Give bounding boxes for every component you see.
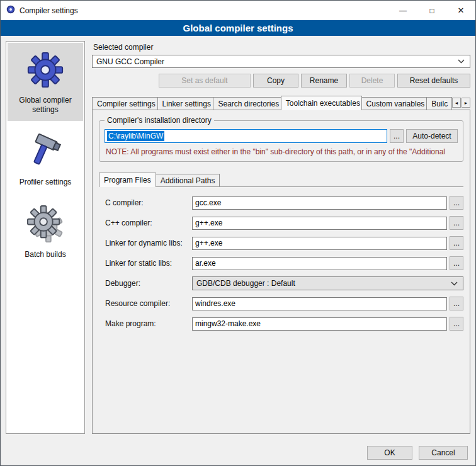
field-row-cpp-compiler: C++ compiler: ... (105, 216, 463, 230)
installation-directory-title: Compiler's installation directory (105, 116, 214, 125)
main-panel: Selected compiler GNU GCC Compiler Set a… (92, 41, 470, 434)
sidebar-item-label: Global compiler settings (9, 96, 82, 115)
dialog-footer: OK Cancel (1, 440, 475, 465)
dynamic-linker-input[interactable] (192, 237, 447, 250)
c-compiler-input[interactable] (192, 196, 447, 210)
close-button[interactable]: ✕ (446, 1, 475, 20)
tab-linker-settings[interactable]: Linker settings (157, 97, 214, 110)
subtab-program-files[interactable]: Program Files (99, 173, 156, 187)
tab-toolchain-executables[interactable]: Toolchain executables (281, 96, 362, 110)
debugger-value: GDB/CDB debugger : Default (196, 279, 295, 288)
install-dir-value: C:\raylib\MinGW (107, 131, 164, 141)
tab-compiler-settings[interactable]: Compiler settings (92, 97, 158, 110)
resource-compiler-label: Resource compiler: (105, 299, 192, 308)
debugger-label: Debugger: (105, 279, 192, 288)
profiler-hammer-icon (26, 131, 65, 173)
c-compiler-browse-button[interactable]: ... (450, 196, 463, 210)
reset-defaults-button[interactable]: Reset defaults (397, 74, 470, 88)
chevron-down-icon (451, 279, 458, 288)
copy-button[interactable]: Copy (253, 74, 298, 88)
static-linker-input[interactable] (192, 257, 447, 270)
debugger-dropdown[interactable]: GDB/CDB debugger : Default (192, 276, 463, 290)
install-dir-input[interactable]: C:\raylib\MinGW (105, 129, 387, 143)
make-program-browse-button[interactable]: ... (450, 317, 463, 331)
installation-directory-groupbox: Compiler's installation directory C:\ray… (99, 120, 463, 162)
toolchain-executables-panel: Compiler's installation directory C:\ray… (92, 110, 470, 434)
c-compiler-label: C compiler: (105, 198, 192, 207)
tab-custom-variables[interactable]: Custom variables (361, 97, 428, 110)
resource-compiler-browse-button[interactable]: ... (450, 297, 463, 310)
app-icon (6, 4, 16, 16)
dialog-content: Global compiler settings Profiler settin… (1, 36, 475, 440)
selected-compiler-value: GNU GCC Compiler (96, 57, 164, 66)
compiler-settings-dialog: Compiler settings — □ ✕ Global compiler … (0, 0, 476, 466)
program-files-tabstrip: Program Files Additional Paths (99, 172, 463, 186)
field-row-dynamic-linker: Linker for dynamic libs: ... (105, 236, 463, 250)
ok-button[interactable]: OK (367, 446, 412, 460)
settings-tabstrip: Compiler settings Linker settings Search… (92, 95, 470, 110)
tab-search-directories[interactable]: Search directories (213, 97, 281, 110)
install-dir-note: NOTE: All programs must exist either in … (106, 147, 458, 156)
dynamic-linker-browse-button[interactable]: ... (450, 236, 463, 250)
tab-scroll-left-icon[interactable]: ◄ (452, 98, 461, 108)
selected-compiler-label: Selected compiler (93, 43, 470, 52)
gray-gears-icon (25, 203, 65, 245)
page-title: Global compiler settings (1, 20, 475, 36)
cancel-button[interactable]: Cancel (419, 446, 468, 460)
tab-scroll-right-icon[interactable]: ► (462, 98, 470, 108)
settings-category-sidebar: Global compiler settings Profiler settin… (6, 41, 85, 434)
set-as-default-button[interactable]: Set as default (159, 74, 251, 88)
make-program-label: Make program: (105, 319, 192, 328)
field-row-debugger: Debugger: GDB/CDB debugger : Default (105, 276, 463, 290)
sidebar-item-batch-builds[interactable]: Batch builds (8, 197, 83, 266)
auto-detect-button[interactable]: Auto-detect (406, 129, 458, 143)
compiler-actions: Set as default Copy Rename Delete Reset … (92, 74, 470, 88)
install-dir-browse-button[interactable]: ... (390, 129, 404, 143)
blue-gear-icon (25, 49, 65, 91)
window-controls: — □ ✕ (388, 1, 475, 20)
sidebar-item-label: Batch builds (25, 250, 65, 259)
tab-build-options[interactable]: Builc (426, 97, 452, 110)
title-bar[interactable]: Compiler settings — □ ✕ (1, 1, 475, 20)
resource-compiler-input[interactable] (192, 297, 447, 310)
sidebar-item-profiler-settings[interactable]: Profiler settings (8, 125, 83, 193)
sidebar-item-label: Profiler settings (20, 178, 72, 187)
program-files-panel: C compiler: ... C++ compiler: ... Linker… (99, 186, 463, 433)
maximize-button[interactable]: □ (417, 1, 446, 20)
selected-compiler-dropdown[interactable]: GNU GCC Compiler (92, 55, 470, 68)
static-linker-browse-button[interactable]: ... (450, 256, 463, 270)
cpp-compiler-browse-button[interactable]: ... (450, 216, 463, 230)
installation-directory-row: C:\raylib\MinGW ... Auto-detect (105, 129, 458, 143)
window-title: Compiler settings (20, 6, 78, 15)
static-linker-label: Linker for static libs: (105, 259, 192, 268)
sidebar-item-global-compiler-settings[interactable]: Global compiler settings (8, 43, 83, 121)
cpp-compiler-label: C++ compiler: (105, 219, 192, 227)
delete-button[interactable]: Delete (349, 74, 395, 88)
field-row-make-program: Make program: ... (105, 317, 463, 331)
dynamic-linker-label: Linker for dynamic libs: (105, 239, 192, 247)
chevron-down-icon (458, 59, 465, 64)
field-row-resource-compiler: Resource compiler: ... (105, 297, 463, 310)
field-row-c-compiler: C compiler: ... (105, 196, 463, 210)
cpp-compiler-input[interactable] (192, 217, 447, 230)
field-row-static-linker: Linker for static libs: ... (105, 256, 463, 270)
subtab-additional-paths[interactable]: Additional Paths (156, 174, 220, 186)
rename-button[interactable]: Rename (301, 74, 347, 88)
minimize-button[interactable]: — (388, 1, 417, 20)
tab-scroll-buttons: ◄ ► (452, 98, 470, 108)
make-program-input[interactable] (192, 317, 447, 331)
